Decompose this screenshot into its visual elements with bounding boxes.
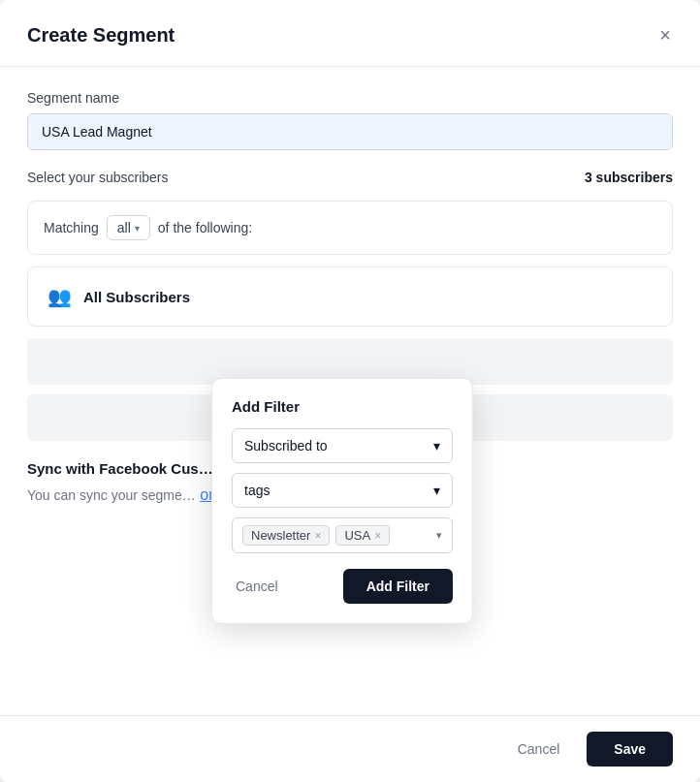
matching-row: Matching all ▾ of the following:: [27, 201, 673, 255]
tag-chip-newsletter: Newsletter ×: [242, 525, 330, 546]
popup-cancel-button[interactable]: Cancel: [232, 571, 282, 602]
all-subscribers-text: All Subscribers: [83, 289, 190, 305]
footer-cancel-button[interactable]: Cancel: [502, 732, 576, 766]
modal-header: Create Segment ×: [0, 0, 700, 67]
tag-newsletter-label: Newsletter: [251, 528, 310, 543]
tag-chip-usa: USA ×: [335, 525, 390, 546]
sync-description-text: You can sync your segme…: [27, 487, 196, 503]
filter-type-dropdown[interactable]: Subscribed to ▾: [232, 428, 453, 463]
matching-value: all: [117, 220, 131, 235]
matching-select[interactable]: all ▾: [107, 215, 150, 240]
modal-footer: Cancel Save: [0, 715, 700, 782]
filter-type-value: Subscribed to: [244, 438, 328, 454]
tags-dropdown[interactable]: tags ▾: [232, 473, 453, 508]
matching-text: Matching: [44, 220, 99, 235]
popup-title: Add Filter: [232, 398, 453, 415]
tag-usa-label: USA: [344, 528, 370, 543]
filter-type-chevron-icon: ▾: [433, 438, 440, 454]
footer-save-button[interactable]: Save: [587, 732, 673, 766]
subscribers-row: Select your subscribers 3 subscribers: [27, 170, 673, 185]
tags-input-chevron-icon: ▾: [436, 529, 442, 542]
tags-value: tags: [244, 483, 270, 498]
all-subscribers-icon: 👥: [48, 285, 72, 308]
add-filter-popup: Add Filter Subscribed to ▾ tags ▾ Newsle…: [211, 378, 473, 624]
popup-footer: Cancel Add Filter: [232, 569, 453, 604]
tags-chevron-icon: ▾: [433, 483, 440, 498]
tags-input-row[interactable]: Newsletter × USA × ▾: [232, 517, 453, 553]
subscribers-count: 3 subscribers: [585, 170, 673, 185]
close-button[interactable]: ×: [657, 23, 673, 47]
popup-add-filter-button[interactable]: Add Filter: [343, 569, 453, 604]
subscribers-label: Select your subscribers: [27, 170, 169, 185]
matching-chevron-icon: ▾: [135, 223, 140, 234]
segment-name-label: Segment name: [27, 90, 673, 106]
tag-usa-remove[interactable]: ×: [374, 530, 381, 542]
following-text: of the following:: [158, 220, 252, 235]
modal-title: Create Segment: [27, 24, 175, 47]
all-subscribers-box: 👥 All Subscribers: [27, 266, 673, 327]
tag-newsletter-remove[interactable]: ×: [314, 530, 321, 542]
create-segment-modal: Create Segment × Segment name Select you…: [0, 0, 700, 782]
segment-name-input[interactable]: [27, 113, 673, 150]
